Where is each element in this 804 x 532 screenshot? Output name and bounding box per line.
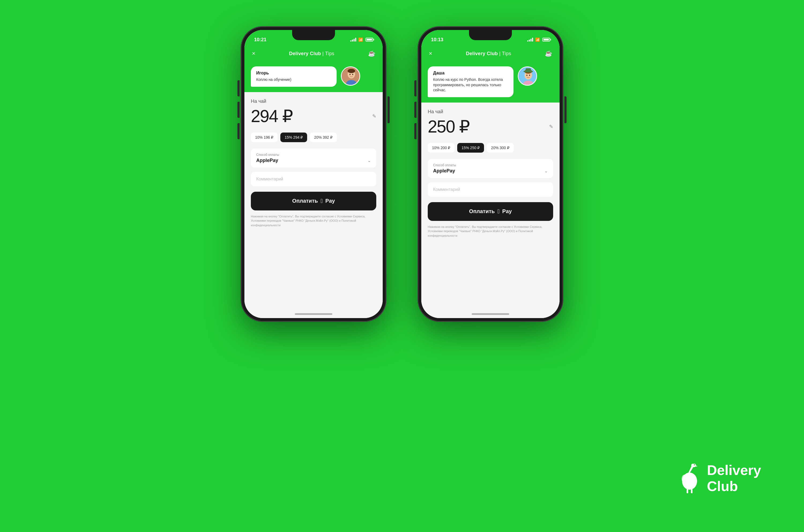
tip-amount-2: 250 ₽ — [428, 117, 470, 136]
nav-bar-1: × Delivery Club | Tips ☕ — [244, 45, 383, 62]
phone-1: 10:21 📶 — [241, 27, 386, 321]
edit-icon-1[interactable]: ✎ — [372, 113, 376, 119]
brand-name-line1: Delivery — [707, 462, 761, 478]
phones-wrapper: 10:21 📶 — [0, 0, 804, 321]
nav-tips-2: Tips — [502, 51, 511, 56]
pct-10-btn-2[interactable]: 10% 200 ₽ — [428, 143, 455, 153]
payment-method-1: ApplePay — [256, 158, 278, 163]
pct-20-btn-2[interactable]: 20% 300 ₽ — [487, 143, 513, 153]
pay-button-2[interactable]: Оплатить  Pay — [428, 202, 553, 221]
svg-rect-19 — [687, 489, 688, 493]
pay-apple-label-2: Pay — [502, 208, 512, 214]
tip-amount-1: 294 ₽ — [251, 106, 293, 126]
home-indicator-2 — [472, 313, 509, 315]
signal-icon-1 — [350, 38, 356, 41]
tip-amount-row-1: 294 ₽ ✎ — [251, 106, 376, 126]
tip-label-2: На чай — [428, 109, 553, 115]
wifi-icon-2: 📶 — [535, 37, 540, 42]
pay-apple-label-1: Pay — [325, 198, 335, 204]
svg-point-13 — [529, 75, 530, 76]
chat-bubble-1: Игорь Коплю на обучение) — [251, 66, 336, 87]
chevron-icon-1: ⌄ — [367, 158, 371, 163]
nav-brand-2: Delivery Club — [466, 51, 498, 56]
comment-placeholder-2: Комментарий — [433, 187, 460, 192]
battery-icon-1 — [366, 38, 373, 41]
payment-method-row-2: ApplePay ⌄ — [433, 168, 548, 174]
status-icons-1: 📶 — [350, 37, 373, 42]
brand-name-line2: Club — [707, 478, 761, 495]
close-button-2[interactable]: × — [429, 50, 432, 57]
chat-bubble-2: Даша Коплю на курс по Python. Всегда хот… — [428, 66, 513, 97]
nav-brand-1: Delivery Club — [289, 51, 321, 56]
pct-20-btn-1[interactable]: 20% 392 ₽ — [310, 133, 336, 142]
tip-amount-row-2: 250 ₽ ✎ — [428, 117, 553, 136]
payment-method-row-1: ApplePay ⌄ — [256, 158, 371, 163]
nav-title-2: Delivery Club | Tips — [466, 51, 511, 57]
edit-icon-2[interactable]: ✎ — [549, 124, 553, 130]
disclaimer-1: Нажимая на кнопку "Оплатить", Вы подтвер… — [251, 214, 376, 228]
payment-label-2: Способ оплаты — [433, 163, 548, 167]
comment-field-1[interactable]: Комментарий — [251, 172, 376, 186]
phone-2-content: 10:13 📶 — [421, 30, 560, 318]
svg-point-12 — [526, 75, 527, 76]
courier-name-2: Даша — [433, 71, 508, 76]
comment-placeholder-1: Комментарий — [256, 177, 283, 181]
status-time-1: 10:21 — [254, 37, 267, 42]
main-section-2: На чай 250 ₽ ✎ 10% 200 ₽ 15% 250 ₽ — [421, 102, 560, 318]
payment-method-2: ApplePay — [433, 168, 455, 174]
svg-point-2 — [348, 69, 355, 73]
svg-point-5 — [352, 74, 353, 75]
home-indicator-1 — [295, 313, 332, 315]
phone-1-content: 10:21 📶 — [244, 30, 383, 318]
chat-area-1: Игорь Коплю на обучение) — [244, 62, 383, 92]
close-button-1[interactable]: × — [252, 50, 255, 57]
headset-icon-2[interactable]: ☕ — [545, 50, 552, 57]
pct-15-btn-1[interactable]: 15% 294 ₽ — [280, 133, 307, 142]
headset-icon-1[interactable]: ☕ — [368, 50, 375, 57]
pay-label-1: Оплатить — [292, 198, 318, 204]
battery-icon-2 — [543, 38, 550, 41]
status-bar-2: 10:13 📶 — [421, 30, 560, 45]
status-icons-2: 📶 — [527, 37, 550, 42]
chevron-icon-2: ⌄ — [544, 168, 548, 173]
payment-section-2[interactable]: Способ оплаты ApplePay ⌄ — [428, 159, 553, 178]
nav-bar-2: × Delivery Club | Tips ☕ — [421, 45, 560, 62]
courier-name-1: Игорь — [256, 71, 331, 76]
pct-10-btn-1[interactable]: 10% 196 ₽ — [251, 133, 278, 142]
brand-logo: Delivery Club — [677, 462, 761, 495]
comment-field-2[interactable]: Комментарий — [428, 182, 553, 197]
pay-button-1[interactable]: Оплатить  Pay — [251, 192, 376, 210]
disclaimer-2: Нажимая на кнопку "Оплатить", Вы подтвер… — [428, 225, 553, 238]
nav-tips-1: Tips — [325, 51, 334, 56]
pct-row-1: 10% 196 ₽ 15% 294 ₽ 20% 392 ₽ — [251, 133, 376, 142]
phone-1-screen: 10:21 📶 — [244, 30, 383, 318]
svg-point-4 — [349, 74, 350, 75]
courier-message-2: Коплю на курс по Python. Всегда хотела п… — [433, 77, 508, 93]
status-bar-1: 10:21 📶 — [244, 30, 383, 45]
nav-title-1: Delivery Club | Tips — [289, 51, 334, 57]
phone-2-screen: 10:13 📶 — [421, 30, 560, 318]
pct-row-2: 10% 200 ₽ 15% 250 ₽ 20% 300 ₽ — [428, 143, 553, 153]
ostrich-icon — [677, 464, 701, 493]
courier-message-1: Коплю на обучение) — [256, 77, 331, 82]
tip-label-1: На чай — [251, 98, 376, 104]
apple-logo-1:  — [321, 197, 323, 205]
pct-15-btn-2[interactable]: 15% 250 ₽ — [457, 143, 484, 153]
wifi-icon-1: 📶 — [358, 37, 363, 42]
apple-logo-2:  — [497, 208, 499, 215]
svg-rect-20 — [691, 489, 693, 493]
brand-text: Delivery Club — [707, 462, 761, 495]
svg-rect-11 — [526, 68, 531, 72]
status-time-2: 10:13 — [431, 37, 443, 42]
main-section-1: На чай 294 ₽ ✎ 10% 196 ₽ 15% 294 ₽ — [244, 92, 383, 318]
phone-2: 10:13 📶 — [418, 27, 563, 321]
chat-area-2: Даша Коплю на курс по Python. Всегда хот… — [421, 62, 560, 102]
payment-label-1: Способ оплаты — [256, 153, 371, 157]
payment-section-1[interactable]: Способ оплаты ApplePay ⌄ — [251, 149, 376, 168]
pay-label-2: Оплатить — [469, 208, 495, 214]
courier-avatar-2 — [518, 66, 537, 86]
svg-point-18 — [694, 464, 695, 465]
signal-icon-2 — [527, 38, 533, 41]
courier-avatar-1 — [341, 66, 360, 86]
